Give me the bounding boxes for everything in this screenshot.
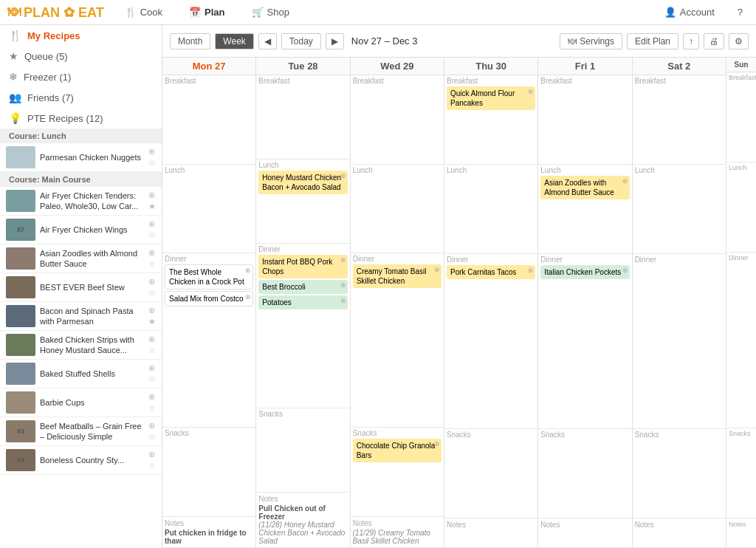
share-button[interactable]: ↑ bbox=[683, 33, 699, 49]
cook-nav[interactable]: 🍴 Cook bbox=[119, 0, 168, 25]
recipe-item[interactable]: Air Fryer Chicken Tenders: Paleo, Whole3… bbox=[0, 187, 162, 216]
recipe-item[interactable]: 93 Beef Meatballs – Grain Free – Delicio… bbox=[0, 417, 162, 446]
recipe-star-icon[interactable]: ★ bbox=[148, 202, 156, 211]
recipe-move-icon[interactable]: ⊕ bbox=[148, 421, 156, 431]
sidebar-item-queue[interactable]: ★ Queue (5) bbox=[0, 46, 162, 66]
dinner-label-wed: Dinner bbox=[353, 255, 441, 263]
recipe-move-icon[interactable]: ⊕ bbox=[148, 147, 156, 157]
meal-card[interactable]: Pork Carnitas Tacos ⊕ bbox=[447, 265, 535, 279]
meal-card[interactable]: Salad Mix from Costco ⊕ bbox=[165, 291, 253, 306]
recipe-thumb: 93 bbox=[6, 420, 35, 442]
meal-card[interactable]: The Best Whole Chicken in a Crock Pot ⊕ bbox=[165, 264, 253, 290]
day-col-fri: Fri 1 Breakfast Lunch Asian Zoodles with… bbox=[538, 58, 632, 548]
notes-section-sat: Notes bbox=[633, 518, 726, 548]
snacks-label-thu: Snacks bbox=[447, 431, 535, 439]
move-icon[interactable]: ⊕ bbox=[340, 256, 346, 265]
meal-card[interactable]: Asian Zoodles with Almond Butter Sauce ⊕ bbox=[540, 176, 629, 199]
recipe-item[interactable]: 87 Air Fryer Chicken Wings ⊕ ☆ bbox=[0, 216, 162, 244]
recipe-star-icon[interactable]: ☆ bbox=[148, 432, 156, 442]
move-icon[interactable]: ⊕ bbox=[528, 88, 534, 97]
recipe-star-icon[interactable]: ★ bbox=[148, 317, 156, 326]
recipe-item[interactable]: Parmesan Chicken Nuggets ⊕ ☆ bbox=[0, 143, 162, 172]
recipe-move-icon[interactable]: ⊕ bbox=[148, 363, 156, 373]
recipe-thumb bbox=[6, 190, 35, 212]
move-icon[interactable]: ⊕ bbox=[434, 440, 440, 449]
edit-plan-button[interactable]: Edit Plan bbox=[627, 33, 678, 49]
snacks-section-fri: Snacks bbox=[538, 429, 631, 518]
recipe-star-icon[interactable]: ☆ bbox=[148, 230, 156, 240]
recipe-star-icon[interactable]: ☆ bbox=[148, 158, 156, 168]
recipe-star-icon[interactable]: ☆ bbox=[148, 346, 156, 355]
recipe-actions: ⊕ ☆ bbox=[148, 147, 156, 168]
prev-button[interactable]: ◀ bbox=[258, 33, 277, 49]
move-icon[interactable]: ⊕ bbox=[434, 266, 440, 275]
settings-button[interactable]: ⚙ bbox=[729, 33, 749, 49]
snacks-section-sun: Snacks bbox=[726, 428, 756, 518]
course-main-label: Course: Main Course bbox=[9, 175, 91, 184]
move-icon[interactable]: ⊕ bbox=[528, 267, 534, 275]
dinner-section-fri: Dinner Italian Chicken Pockets ⊕ bbox=[538, 254, 631, 429]
recipe-star-icon[interactable]: ☆ bbox=[148, 461, 156, 470]
recipe-move-icon[interactable]: ⊕ bbox=[148, 191, 156, 200]
recipe-move-icon[interactable]: ⊕ bbox=[148, 219, 156, 229]
recipe-move-icon[interactable]: ⊕ bbox=[148, 392, 156, 402]
recipe-move-icon[interactable]: ⊕ bbox=[148, 450, 156, 459]
main-layout: 🍴 My Recipes ★ Queue (5) ❄ Freezer (1) 👥… bbox=[0, 25, 756, 548]
sidebar-item-friends[interactable]: 👥 Friends (7) bbox=[0, 87, 162, 108]
recipe-star-icon[interactable]: ☆ bbox=[148, 288, 156, 298]
move-icon[interactable]: ⊕ bbox=[340, 172, 346, 181]
recipe-move-icon[interactable]: ⊕ bbox=[148, 248, 156, 258]
breakfast-label-sat: Breakfast bbox=[635, 77, 724, 85]
plan-nav[interactable]: 📅 Plan bbox=[183, 0, 230, 25]
account-label: Account bbox=[680, 7, 715, 18]
recipe-item[interactable]: Barbie Cups ⊕ ☆ bbox=[0, 388, 162, 417]
help-nav[interactable]: ? bbox=[732, 0, 749, 25]
meal-card[interactable]: Chocolate Chip Granola Bars ⊕ bbox=[353, 439, 441, 462]
recipe-move-icon[interactable]: ⊕ bbox=[148, 335, 156, 344]
recipe-thumb bbox=[6, 391, 35, 414]
meal-card[interactable]: Best Broccoli ⊕ bbox=[258, 280, 347, 294]
recipe-star-icon[interactable]: ☆ bbox=[148, 259, 156, 269]
breakfast-section-thu: Breakfast Quick Almond Flour Pancakes ⊕ bbox=[444, 75, 537, 165]
notes-label-thu: Notes bbox=[447, 521, 535, 529]
meal-card[interactable]: Quick Almond Flour Pancakes ⊕ bbox=[447, 86, 535, 110]
recipe-move-icon[interactable]: ⊕ bbox=[148, 277, 156, 287]
sidebar-item-pte[interactable]: 💡 PTE Recipes (12) bbox=[0, 108, 162, 129]
recipe-move-icon[interactable]: ⊕ bbox=[148, 306, 156, 315]
shop-nav[interactable]: 🛒 Shop bbox=[246, 0, 295, 25]
sidebar-item-freezer[interactable]: ❄ Freezer (1) bbox=[0, 66, 162, 87]
move-icon[interactable]: ⊕ bbox=[622, 267, 628, 275]
today-button[interactable]: Today bbox=[281, 33, 321, 49]
sidebar-my-recipes-label: My Recipes bbox=[27, 30, 80, 41]
week-button[interactable]: Week bbox=[215, 33, 253, 49]
move-icon[interactable]: ⊕ bbox=[340, 297, 346, 306]
move-icon[interactable]: ⊕ bbox=[245, 267, 251, 275]
cal-toolbar: Month Week ◀ Today ▶ Nov 27 – Dec 3 🍽 Se… bbox=[162, 25, 756, 58]
move-icon[interactable]: ⊕ bbox=[245, 293, 251, 302]
lunch-label-sun: Lunch bbox=[729, 164, 754, 171]
recipe-star-icon[interactable]: ☆ bbox=[148, 374, 156, 384]
meal-card[interactable]: Honey Mustard Chicken Bacon + Avocado Sa… bbox=[258, 171, 347, 194]
move-icon[interactable]: ⊕ bbox=[340, 281, 346, 290]
meal-card[interactable]: Instant Pot BBQ Pork Chops ⊕ bbox=[258, 255, 347, 278]
recipe-star-icon[interactable]: ☆ bbox=[148, 403, 156, 413]
servings-button[interactable]: 🍽 Servings bbox=[560, 33, 622, 49]
recipe-item[interactable]: Asian Zoodles with Almond Butter Sauce ⊕… bbox=[0, 244, 162, 273]
meal-card[interactable]: Potatoes ⊕ bbox=[258, 295, 347, 309]
breakfast-label-thu: Breakfast bbox=[447, 77, 535, 85]
print-button[interactable]: 🖨 bbox=[704, 33, 724, 49]
recipe-item[interactable]: Baked Stuffed Shells ⊕ ☆ bbox=[0, 360, 162, 388]
day-header-tue: Tue 28 bbox=[256, 58, 349, 75]
sidebar-item-my-recipes[interactable]: 🍴 My Recipes bbox=[0, 25, 162, 46]
recipe-item[interactable]: BEST EVER Beef Stew ⊕ ☆ bbox=[0, 273, 162, 302]
meal-card[interactable]: Creamy Tomato Basil Skillet Chicken ⊕ bbox=[353, 264, 441, 288]
next-button[interactable]: ▶ bbox=[326, 33, 344, 49]
month-button[interactable]: Month bbox=[170, 33, 210, 49]
recipe-item[interactable]: Bacon and Spinach Pasta with Parmesan ⊕ … bbox=[0, 302, 162, 331]
meal-card[interactable]: Italian Chicken Pockets ⊕ bbox=[540, 265, 629, 279]
account-nav[interactable]: 👤 Account bbox=[659, 0, 721, 25]
recipe-item[interactable]: 94 Boneless Country Sty... ⊕ ☆ bbox=[0, 446, 162, 475]
move-icon[interactable]: ⊕ bbox=[622, 177, 628, 186]
top-nav: 🍽 PLAN ✿ EAT 🍴 Cook 📅 Plan 🛒 Shop 👤 Acco… bbox=[0, 0, 756, 25]
recipe-item[interactable]: Baked Chicken Strips with Honey Mustard … bbox=[0, 331, 162, 360]
